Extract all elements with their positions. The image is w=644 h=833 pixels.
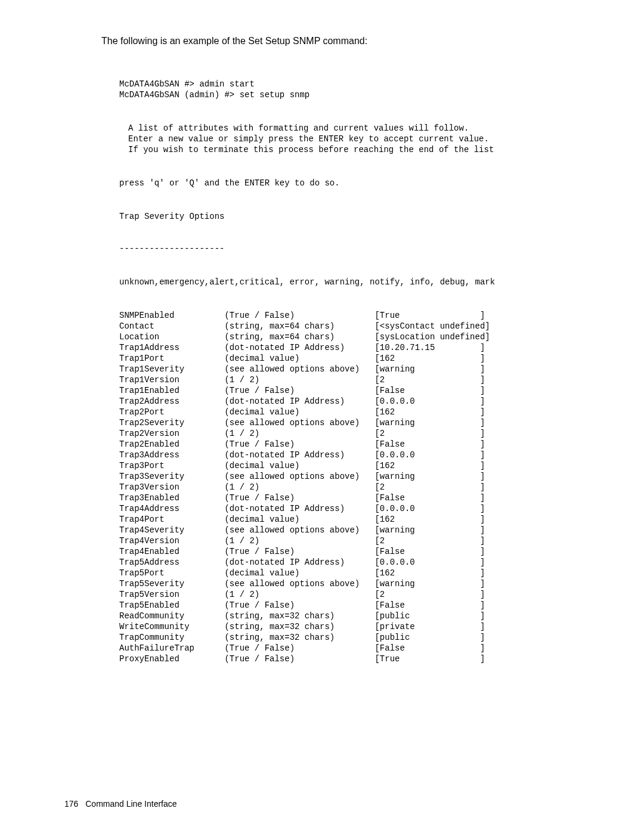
trap-heading: Trap Severity Options	[119, 211, 596, 222]
footer-section: Command Line Interface	[85, 799, 177, 809]
page-number: 176	[64, 799, 78, 809]
code-block: McDATA4GbSAN #> admin start McDATA4GbSAN…	[119, 57, 596, 686]
severity-options: unknown,emergency,alert,critical, error,…	[119, 277, 596, 287]
dashes: ---------------------	[119, 243, 596, 254]
page-footer: 176 Command Line Interface	[64, 799, 177, 809]
document-page: The following is an example of the Set S…	[0, 0, 644, 686]
description-lines: A list of attributes with formatting and…	[128, 123, 596, 155]
attribute-rows: SNMPEnabled (True / False) [True ] Conta…	[119, 310, 596, 664]
press-line: press 'q' or 'Q' and the ENTER key to do…	[119, 178, 596, 188]
intro-text: The following is an example of the Set S…	[101, 36, 596, 47]
prompt-lines: McDATA4GbSAN #> admin start McDATA4GbSAN…	[119, 79, 596, 100]
